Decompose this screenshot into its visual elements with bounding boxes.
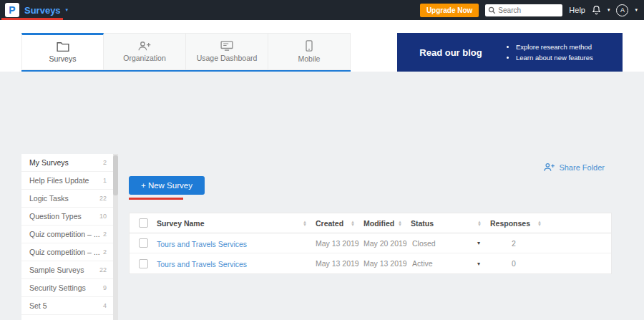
avatar[interactable]: A	[616, 4, 628, 16]
share-folder-icon	[544, 163, 555, 172]
sort-down-icon: ▼	[537, 223, 542, 226]
sort-down-icon: ▼	[398, 223, 402, 226]
tab-surveys[interactable]: Surveys	[21, 33, 104, 70]
folder-label: Quiz competition – ...	[29, 248, 100, 256]
sort-down-icon: ▼	[477, 223, 482, 226]
folder-label: Quiz competition – ...	[29, 230, 100, 238]
status-dropdown-icon[interactable]: ▾	[477, 240, 480, 246]
sidebar-item-help-files-update[interactable]: Help Files Update 1	[21, 172, 113, 190]
blog-bullet: Learn about new features	[516, 52, 593, 63]
row-checkbox[interactable]	[139, 238, 148, 248]
search-input[interactable]	[498, 6, 560, 14]
tab-label: Mobile	[298, 54, 321, 63]
share-folder-label: Share Folder	[559, 163, 605, 172]
upgrade-now-button[interactable]: Upgrade Now	[420, 4, 479, 17]
sort-icon[interactable]: ▲▼	[537, 220, 542, 226]
folder-count: 1	[103, 177, 107, 184]
folder-icon	[57, 42, 69, 52]
folder-count: 10	[99, 213, 107, 220]
topbar: P Surveys ▾ Upgrade Now Help ▾ A ▾	[0, 0, 644, 20]
logo-letter: P	[9, 4, 15, 16]
folder-label: Question Types	[29, 212, 82, 220]
main-area: My Surveys 2 Help Files Update 1 Logic T…	[0, 72, 644, 320]
sort-icon[interactable]: ▲▼	[351, 220, 355, 226]
folder-label: Logic Tasks	[29, 194, 69, 203]
sort-icon[interactable]: ▲▼	[303, 220, 307, 226]
notifications-bell-icon[interactable]	[592, 5, 601, 15]
sidebar-item-quiz-competition-2[interactable]: Quiz competition – ... 2	[21, 243, 113, 261]
status-value: Active	[412, 259, 433, 268]
sidebar-item-security-settings[interactable]: Security Settings 9	[21, 279, 113, 297]
responses-count: 0	[490, 259, 611, 268]
table-row: Tours and Travels Services May 13 2019 M…	[130, 253, 611, 273]
primary-tabs: Surveys Organization Usage Dashboard Mob…	[21, 33, 351, 72]
folder-count: 2	[103, 159, 107, 166]
column-header-status: Status	[411, 219, 434, 228]
column-header-survey-name: Survey Name	[157, 219, 205, 228]
logo-area: P Surveys ▾	[0, 3, 68, 17]
app-logo[interactable]: P	[5, 3, 19, 17]
created-date: May 13 2019	[316, 239, 364, 248]
app-switcher[interactable]: Surveys	[24, 5, 61, 16]
folder-count: 2	[103, 231, 107, 238]
select-all-checkbox[interactable]	[139, 218, 148, 228]
sidebar-item-quiz-competition-1[interactable]: Quiz competition – ... 2	[21, 226, 113, 243]
tab-mobile[interactable]: Mobile	[268, 33, 351, 70]
tab-usage-dashboard[interactable]: Usage Dashboard	[186, 33, 268, 70]
blog-title: Read our blog	[397, 47, 504, 58]
folder-count: 2	[103, 248, 107, 256]
folders-sidebar: My Surveys 2 Help Files Update 1 Logic T…	[21, 154, 113, 320]
topbar-actions: Upgrade Now Help ▾ A ▾	[420, 4, 644, 17]
mobile-phone-icon	[306, 40, 313, 52]
scrollbar-thumb[interactable]	[113, 155, 118, 195]
sidebar-item-my-surveys[interactable]: My Surveys 2	[21, 154, 113, 172]
dashboard-monitor-icon	[220, 41, 233, 51]
created-date: May 13 2019	[316, 259, 364, 268]
chevron-down-icon[interactable]: ▾	[66, 7, 69, 13]
sort-down-icon: ▼	[351, 223, 355, 226]
chevron-down-icon[interactable]: ▾	[608, 7, 610, 13]
help-link[interactable]: Help	[569, 6, 585, 14]
survey-name-link[interactable]: Tours and Travels Services	[157, 260, 247, 268]
blog-banner[interactable]: Read our blog Explore research method Le…	[397, 33, 623, 72]
new-survey-button[interactable]: + New Survey	[129, 176, 205, 195]
sort-down-icon: ▼	[303, 223, 307, 226]
share-folder-button[interactable]: Share Folder	[544, 163, 605, 172]
folder-label: Help Files Update	[29, 176, 89, 185]
folder-label: Set 5	[29, 301, 47, 310]
folder-label: Security Settings	[29, 283, 86, 292]
annotation-underline-logo	[1, 18, 63, 20]
tab-label: Surveys	[49, 54, 77, 63]
sidebar-item-logic-tasks[interactable]: Logic Tasks 22	[21, 190, 113, 208]
row-checkbox[interactable]	[139, 259, 148, 268]
sort-icon[interactable]: ▲▼	[398, 220, 402, 226]
column-header-created: Created	[316, 219, 343, 228]
search-icon	[488, 6, 496, 14]
column-header-responses: Responses	[490, 219, 530, 228]
annotation-underline-new-survey	[129, 198, 183, 200]
sort-icon[interactable]: ▲▼	[477, 220, 482, 226]
folder-count: 22	[99, 266, 107, 273]
blog-bullet: Explore research method	[516, 42, 593, 52]
folder-label: Sample Surveys	[29, 266, 84, 274]
modified-date: May 13 2019	[364, 259, 411, 268]
sidebar-item-set-5[interactable]: Set 5 4	[21, 297, 113, 315]
folder-count: 9	[103, 284, 107, 291]
sidebar-scrollbar[interactable]	[113, 154, 118, 320]
modified-date: May 20 2019	[364, 239, 411, 248]
responses-count: 2	[490, 239, 611, 248]
table-row: Tours and Travels Services May 13 2019 M…	[130, 233, 611, 253]
search-box[interactable]	[485, 4, 562, 16]
surveys-table: Survey Name ▲▼ Created ▲▼ Modified ▲▼ St…	[129, 213, 612, 274]
blog-bullet-list: Explore research method Learn about new …	[504, 42, 593, 63]
tab-organization[interactable]: Organization	[104, 33, 186, 70]
tab-label: Organization	[123, 54, 166, 62]
status-dropdown-icon[interactable]: ▾	[477, 261, 480, 267]
folder-count: 22	[99, 195, 107, 202]
column-header-modified: Modified	[364, 219, 394, 228]
avatar-letter: A	[620, 6, 625, 14]
sidebar-item-question-types[interactable]: Question Types 10	[21, 208, 113, 226]
sidebar-item-sample-surveys[interactable]: Sample Surveys 22	[21, 261, 113, 279]
chevron-down-icon[interactable]: ▾	[635, 7, 638, 13]
survey-name-link[interactable]: Tours and Travels Services	[157, 240, 247, 248]
